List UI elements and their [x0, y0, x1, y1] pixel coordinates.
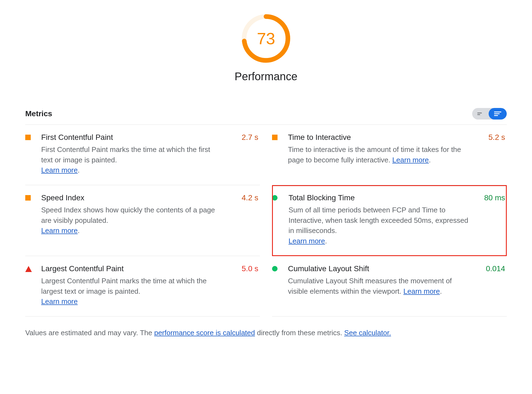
metric-status-icon [25, 264, 41, 307]
footer-prefix: Values are estimated and may vary. The [25, 329, 154, 337]
footer-middle: directly from these metrics. [255, 329, 344, 337]
metric-value: 5.2 s [488, 133, 505, 142]
metric-status-icon [25, 193, 41, 246]
metric-description: Sum of all time periods between FCP and … [289, 205, 468, 246]
svg-rect-4 [494, 115, 498, 116]
learn-more-trail: . [440, 287, 442, 295]
triangle-icon [25, 266, 32, 272]
score-gauge: 73 [241, 13, 291, 64]
metric-value: 5.0 s [242, 264, 258, 273]
metric-status-icon [272, 264, 288, 307]
metric-si: Speed IndexSpeed Index shows how quickly… [25, 185, 260, 256]
learn-more-link[interactable]: Learn more [392, 156, 429, 164]
learn-more-trail: . [429, 156, 431, 164]
metric-tti: Time to InteractiveTime to interactive i… [272, 125, 507, 185]
metric-title: Speed Index [41, 193, 222, 202]
metric-lcp: Largest Contentful PaintLargest Contentf… [25, 256, 260, 317]
metric-fcp: First Contentful PaintFirst Contentful P… [25, 125, 260, 185]
metrics-section-title: Metrics [25, 109, 52, 118]
metric-description: Time to interactive is the amount of tim… [288, 145, 468, 165]
svg-rect-3 [494, 113, 500, 114]
score-value: 73 [241, 13, 291, 64]
metric-title: Time to Interactive [288, 133, 468, 142]
metric-value: 2.7 s [242, 133, 258, 142]
metric-title: First Contentful Paint [41, 133, 222, 142]
metric-title: Largest Contentful Paint [41, 264, 222, 273]
metric-title: Total Blocking Time [289, 193, 468, 202]
metric-description: Largest Contentful Paint marks the time … [41, 276, 222, 307]
square-icon [25, 135, 31, 140]
view-compact-button[interactable] [472, 108, 489, 120]
svg-rect-2 [494, 112, 501, 112]
metric-desc-text: Largest Contentful Paint marks the time … [41, 277, 207, 295]
metrics-grid: First Contentful PaintFirst Contentful P… [25, 124, 507, 317]
gauge-label: Performance [235, 70, 298, 83]
metric-desc-text: Time to interactive is the amount of tim… [288, 145, 461, 164]
metric-description: Speed Index shows how quickly the conten… [41, 205, 222, 236]
footer-link-see-calculator[interactable]: See calculator. [344, 329, 391, 337]
metric-description: Cumulative Layout Shift measures the mov… [288, 276, 468, 296]
learn-more-link[interactable]: Learn more [289, 237, 325, 245]
performance-gauge: 73 Performance [25, 13, 507, 83]
learn-more-link[interactable]: Learn more [41, 226, 78, 235]
footer-note: Values are estimated and may vary. The p… [25, 329, 507, 337]
square-icon [272, 135, 278, 140]
metric-value: 4.2 s [242, 193, 258, 202]
svg-rect-0 [477, 113, 482, 113]
metric-title: Cumulative Layout Shift [288, 264, 468, 273]
metric-tbt: Total Blocking TimeSum of all time perio… [272, 185, 507, 256]
metric-desc-text: First Contentful Paint marks the time at… [41, 145, 210, 164]
view-toggle[interactable] [472, 108, 507, 120]
metric-value: 80 ms [484, 193, 505, 202]
circle-icon [272, 266, 278, 271]
metric-status-icon [272, 193, 288, 246]
svg-rect-1 [477, 114, 480, 115]
learn-more-trail: . [78, 166, 80, 174]
metric-description: First Contentful Paint marks the time at… [41, 145, 222, 176]
metric-cls: Cumulative Layout ShiftCumulative Layout… [272, 256, 507, 317]
learn-more-trail: . [325, 237, 327, 245]
learn-more-link[interactable]: Learn more [41, 297, 78, 306]
metric-status-icon [272, 133, 288, 176]
metric-status-icon [25, 133, 41, 176]
metric-desc-text: Sum of all time periods between FCP and … [289, 206, 468, 235]
view-expanded-button[interactable] [489, 108, 507, 120]
metric-desc-text: Speed Index shows how quickly the conten… [41, 206, 215, 224]
learn-more-link[interactable]: Learn more [41, 166, 78, 174]
view-compact-icon [477, 112, 483, 116]
square-icon [25, 195, 31, 201]
metric-value: 0.014 [486, 264, 505, 273]
footer-link-calculated[interactable]: performance score is calculated [154, 329, 255, 337]
view-expanded-icon [494, 111, 501, 116]
circle-icon [272, 195, 278, 201]
learn-more-trail: . [78, 226, 80, 235]
learn-more-link[interactable]: Learn more [404, 287, 440, 295]
